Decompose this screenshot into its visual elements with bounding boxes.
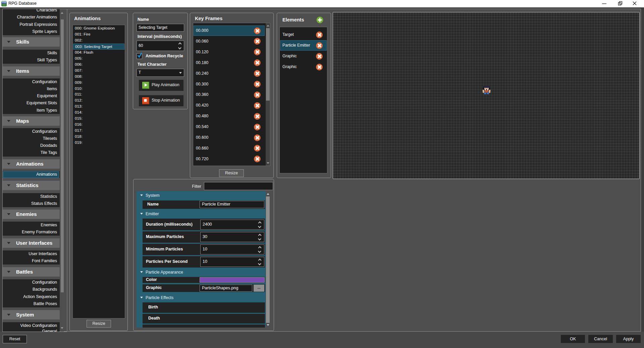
svg-text:RPG: RPG xyxy=(1,2,7,4)
